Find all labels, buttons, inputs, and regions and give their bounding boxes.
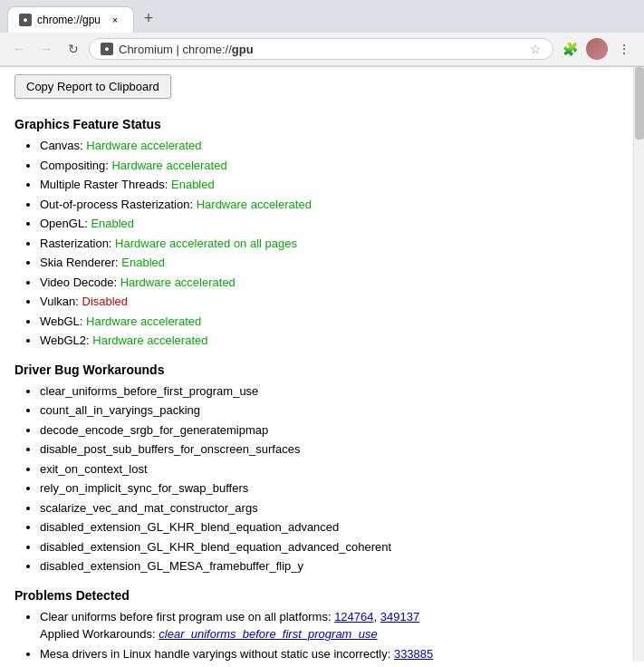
page-content: Copy Report to Clipboard Graphics Featur… bbox=[0, 67, 633, 662]
list-item: clear_uniforms_before_first_program_use bbox=[40, 382, 622, 401]
user-avatar bbox=[586, 38, 608, 60]
page-wrapper: Copy Report to Clipboard Graphics Featur… bbox=[0, 67, 644, 662]
tab-bar: ● chrome://gpu × + bbox=[0, 0, 644, 33]
list-item: Rasterization: Hardware accelerated on a… bbox=[40, 235, 622, 253]
list-item: disabled_extension_GL_KHR_blend_equation… bbox=[40, 538, 622, 556]
problem-link-124764[interactable]: 124764 bbox=[334, 610, 373, 624]
url-host: gpu bbox=[232, 43, 254, 56]
menu-button[interactable]: ⋮ bbox=[611, 36, 637, 62]
driver-workarounds-list: clear_uniforms_before_first_program_use … bbox=[40, 382, 622, 575]
list-item: WebGL2: Hardware accelerated bbox=[40, 332, 622, 350]
graphics-section-header: Graphics Feature Status bbox=[14, 117, 622, 131]
list-item: Multiple Raster Threads: Enabled bbox=[40, 176, 622, 194]
scrollbar-thumb[interactable] bbox=[635, 67, 644, 140]
list-item: exit_on_context_lost bbox=[40, 460, 622, 478]
url-prefix: chrome:// bbox=[183, 43, 232, 56]
list-item: Mesa drivers in Linux handle varyings wi… bbox=[40, 645, 622, 662]
list-item: rely_on_implicit_sync_for_swap_buffers bbox=[40, 479, 622, 498]
tab-close-button[interactable]: × bbox=[108, 13, 122, 27]
active-tab[interactable]: ● chrome://gpu × bbox=[7, 6, 134, 33]
list-item: Canvas: Hardware accelerated bbox=[40, 137, 622, 155]
avatar-button[interactable] bbox=[584, 36, 610, 62]
nav-bar: ← → ↻ ● Chromium | chrome://gpu ☆ 🧩 ⋮ bbox=[0, 33, 644, 66]
list-item: disabled_extension_GL_KHR_blend_equation… bbox=[40, 518, 622, 536]
list-item: count_all_in_varyings_packing bbox=[40, 401, 622, 420]
new-tab-button[interactable]: + bbox=[136, 5, 161, 31]
problem-link-349137[interactable]: 349137 bbox=[380, 610, 419, 624]
tab-favicon: ● bbox=[19, 14, 32, 26]
list-item: WebGL: Hardware accelerated bbox=[40, 313, 622, 331]
address-favicon: ● bbox=[101, 43, 113, 55]
list-item: Video Decode: Hardware accelerated bbox=[40, 274, 622, 292]
address-separator: | bbox=[177, 43, 183, 56]
copy-report-button[interactable]: Copy Report to Clipboard bbox=[14, 74, 171, 99]
back-button[interactable]: ← bbox=[7, 37, 31, 61]
extensions-icon[interactable]: 🧩 bbox=[557, 36, 582, 62]
list-item: disabled_extension_GL_MESA_framebuffer_f… bbox=[40, 557, 622, 575]
address-text: Chromium | chrome://gpu bbox=[119, 43, 524, 56]
problems-section-header: Problems Detected bbox=[14, 588, 622, 603]
forward-button[interactable]: → bbox=[34, 37, 58, 61]
browser-name: Chromium bbox=[119, 43, 173, 56]
list-item: OpenGL: Enabled bbox=[40, 215, 622, 233]
browser-chrome: ● chrome://gpu × + ← → ↻ ● Chromium | ch… bbox=[0, 0, 644, 67]
problem-link-333885[interactable]: 333885 bbox=[394, 647, 433, 661]
scrollbar[interactable] bbox=[633, 67, 644, 662]
address-bar[interactable]: ● Chromium | chrome://gpu ☆ bbox=[89, 38, 553, 60]
workaround-link-clear-uniforms[interactable]: clear_uniforms_before_first_program_use bbox=[159, 627, 377, 641]
reload-button[interactable]: ↻ bbox=[62, 37, 85, 61]
problems-list: Clear uniforms before first program use … bbox=[40, 608, 622, 662]
list-item: Vulkan: Disabled bbox=[40, 293, 622, 311]
list-item: Skia Renderer: Enabled bbox=[40, 254, 622, 272]
tab-title: chrome://gpu bbox=[37, 14, 102, 26]
list-item: Out-of-process Rasterization: Hardware a… bbox=[40, 196, 622, 214]
list-item: disable_post_sub_buffers_for_onscreen_su… bbox=[40, 440, 622, 459]
list-item: Compositing: Hardware accelerated bbox=[40, 157, 622, 175]
bookmark-star-icon[interactable]: ☆ bbox=[530, 42, 542, 56]
list-item: Clear uniforms before first program use … bbox=[40, 608, 622, 643]
list-item: scalarize_vec_and_mat_constructor_args bbox=[40, 499, 622, 517]
toolbar-icons: 🧩 ⋮ bbox=[557, 36, 637, 62]
list-item: decode_encode_srgb_for_generatemipmap bbox=[40, 421, 622, 440]
driver-section-header: Driver Bug Workarounds bbox=[14, 362, 622, 377]
graphics-feature-list: Canvas: Hardware accelerated Compositing… bbox=[40, 137, 622, 350]
